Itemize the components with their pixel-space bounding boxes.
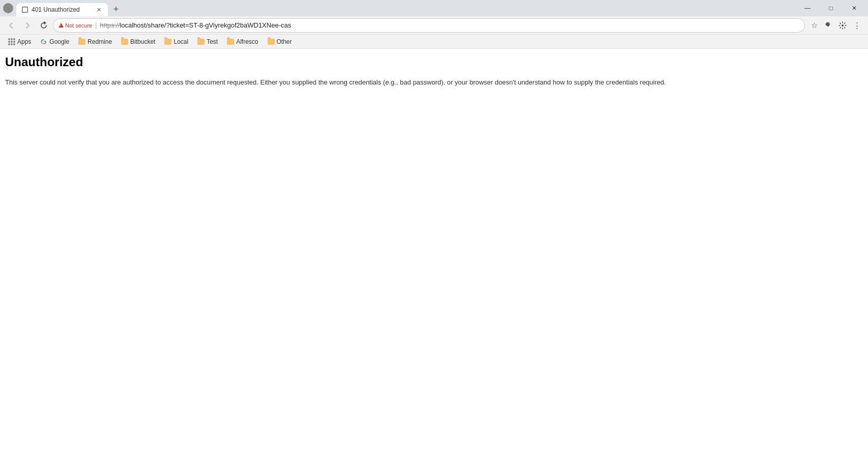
security-badge: Not secure bbox=[59, 22, 92, 29]
page-title: Unauthorized bbox=[5, 55, 863, 69]
forward-button[interactable] bbox=[20, 18, 35, 33]
nav-right-buttons: ☆ ⋮ bbox=[807, 18, 864, 33]
url-display: https://localhost/share/?ticket=ST-8-gVi… bbox=[100, 21, 799, 29]
bookmark-redmine-label: Redmine bbox=[88, 38, 112, 45]
profile-icon bbox=[3, 3, 13, 13]
folder-icon-alfresco bbox=[227, 39, 234, 45]
tab-page-icon bbox=[21, 6, 28, 13]
address-bar[interactable]: Not secure | https://localhost/share/?ti… bbox=[53, 18, 805, 33]
bookmark-bitbucket[interactable]: Bitbucket bbox=[117, 37, 159, 46]
security-label: Not secure bbox=[65, 22, 92, 29]
bookmark-alfresco-label: Alfresco bbox=[236, 38, 258, 45]
settings-icon bbox=[838, 21, 847, 30]
folder-icon-local bbox=[164, 39, 171, 45]
folder-icon-test bbox=[197, 39, 205, 45]
tab-title: 401 Unauthorized bbox=[32, 6, 92, 13]
forward-icon bbox=[23, 21, 32, 30]
settings-button[interactable] bbox=[835, 18, 850, 33]
maximize-button[interactable]: □ bbox=[819, 0, 843, 16]
reload-icon bbox=[40, 21, 48, 30]
bookmarks-bar: Apps Google Redmine Bitbucket Local Test… bbox=[0, 35, 868, 49]
folder-icon-redmine bbox=[78, 39, 85, 45]
url-strikethrough: https:// bbox=[100, 21, 120, 29]
bookmark-other[interactable]: Other bbox=[264, 37, 296, 46]
profile-button[interactable] bbox=[0, 0, 16, 16]
extensions-button[interactable] bbox=[821, 18, 835, 33]
page-message: This server could not verify that you ar… bbox=[5, 77, 863, 88]
bookmark-other-label: Other bbox=[277, 38, 292, 45]
bookmark-star-button[interactable]: ☆ bbox=[807, 18, 821, 33]
google-icon bbox=[40, 38, 47, 45]
tab-close-button[interactable]: ✕ bbox=[95, 6, 103, 14]
svg-point-1 bbox=[842, 24, 844, 26]
url-main: localhost/share/?ticket=ST-8-gViyrekgof2… bbox=[120, 21, 291, 29]
bookmark-apps[interactable]: Apps bbox=[4, 37, 35, 46]
bookmark-google[interactable]: Google bbox=[36, 37, 73, 46]
puzzle-icon bbox=[824, 21, 832, 30]
bookmark-local[interactable]: Local bbox=[160, 37, 192, 46]
nav-bar: Not secure | https://localhost/share/?ti… bbox=[0, 16, 868, 35]
url-separator: | bbox=[95, 22, 97, 29]
apps-icon bbox=[8, 38, 15, 45]
bookmark-redmine[interactable]: Redmine bbox=[74, 37, 116, 46]
folder-icon-other bbox=[268, 39, 275, 45]
title-bar: 401 Unauthorized ✕ + — □ ✕ bbox=[0, 0, 868, 16]
bookmark-alfresco[interactable]: Alfresco bbox=[223, 37, 262, 46]
reload-button[interactable] bbox=[37, 18, 51, 33]
window-controls: — □ ✕ bbox=[794, 0, 868, 16]
page-content: Unauthorized This server could not verif… bbox=[0, 49, 868, 476]
bookmark-test[interactable]: Test bbox=[193, 37, 222, 46]
security-warning-icon bbox=[59, 23, 64, 27]
close-button[interactable]: ✕ bbox=[843, 0, 866, 16]
bookmark-test-label: Test bbox=[207, 38, 218, 45]
bookmark-local-label: Local bbox=[173, 38, 188, 45]
svg-rect-0 bbox=[22, 7, 28, 13]
bookmark-bitbucket-label: Bitbucket bbox=[130, 38, 155, 45]
menu-button[interactable]: ⋮ bbox=[850, 18, 864, 33]
active-tab[interactable]: 401 Unauthorized ✕ bbox=[16, 3, 108, 16]
new-tab-button[interactable]: + bbox=[109, 2, 123, 16]
back-button[interactable] bbox=[4, 18, 18, 33]
bookmark-google-label: Google bbox=[49, 38, 69, 45]
minimize-button[interactable]: — bbox=[796, 0, 819, 16]
folder-icon-bitbucket bbox=[121, 39, 128, 45]
bookmark-apps-label: Apps bbox=[17, 38, 31, 45]
back-icon bbox=[7, 21, 15, 30]
tab-strip: 401 Unauthorized ✕ + bbox=[16, 0, 794, 16]
